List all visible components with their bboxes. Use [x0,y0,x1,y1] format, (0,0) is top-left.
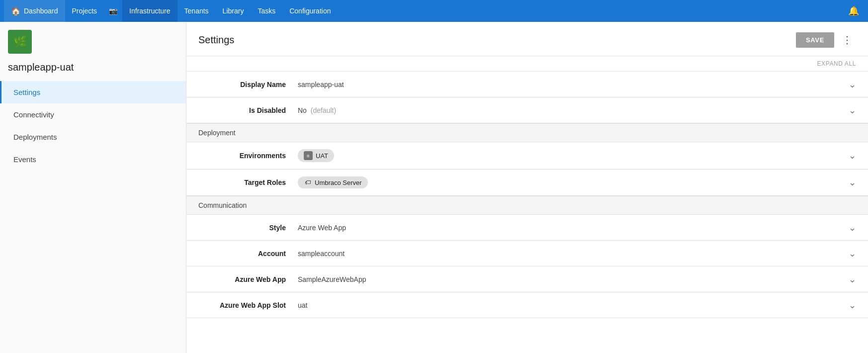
target-roles-chip: 🏷 Umbraco Server [298,176,368,188]
azure-web-app-slot-label: Azure Web App Slot [198,301,298,309]
azure-web-app-row: Azure Web App SampleAzureWebApp ⌄ [186,266,868,292]
is-disabled-value: No (default) [298,106,845,114]
azure-web-app-value: SampleAzureWebApp [298,275,845,283]
sidebar-item-deployments[interactable]: Deployments [0,126,186,148]
target-roles-chip-label: Umbraco Server [315,179,362,186]
nav-label-infrastructure: Infrastructure [129,7,170,15]
azure-web-app-chevron[interactable]: ⌄ [849,274,856,285]
nav-item-tasks[interactable]: Tasks [251,0,282,22]
nav-label-configuration: Configuration [289,7,331,15]
top-nav: 🏠 Dashboard Projects 📷 Infrastructure Te… [0,0,868,22]
app-name: sampleapp-uat [0,62,186,81]
is-disabled-chevron[interactable]: ⌄ [849,105,856,116]
sidebar-item-label-connectivity: Connectivity [13,110,54,119]
nav-item-dashboard[interactable]: 🏠 Dashboard [4,0,65,22]
app-logo: 🌿 [8,30,32,54]
settings-title: Settings [198,34,234,46]
sidebar-item-label-events: Events [13,155,36,164]
target-roles-chip-icon: 🏷 [304,178,312,186]
communication-section-header: Communication [186,196,868,215]
nav-item-infrastructure[interactable]: Infrastructure [122,0,177,22]
account-label: Account [198,250,298,258]
environments-label: Environments [198,152,298,160]
target-roles-label: Target Roles [198,178,298,186]
nav-label-tenants: Tenants [184,7,209,15]
style-label: Style [198,224,298,232]
bell-icon[interactable]: 🔔 [843,5,864,16]
dashboard-icon: 🏠 [11,6,21,16]
sidebar-item-label-settings: Settings [13,88,40,96]
display-name-label: Display Name [198,81,298,88]
azure-web-app-slot-value: uat [298,301,845,309]
deployment-section-header: Deployment [186,123,868,142]
environments-value: ≡ UAT [298,149,845,162]
environments-row: Environments ≡ UAT ⌄ [186,142,868,170]
nav-item-camera[interactable]: 📷 [104,0,122,22]
target-roles-value: 🏷 Umbraco Server [298,176,845,188]
account-value: sampleaccount [298,250,845,258]
sidebar-item-connectivity[interactable]: Connectivity [0,103,186,126]
sidebar-nav: Settings Connectivity Deployments Events [0,81,186,171]
settings-header: Settings SAVE ⋮ [186,22,868,56]
nav-label-library: Library [223,7,244,15]
style-chevron[interactable]: ⌄ [849,222,856,233]
header-actions: SAVE ⋮ [796,32,856,48]
sidebar-item-events[interactable]: Events [0,148,186,171]
environments-chevron[interactable]: ⌄ [849,150,856,161]
nav-item-projects[interactable]: Projects [65,0,104,22]
style-row: Style Azure Web App ⌄ [186,215,868,241]
expand-all-button[interactable]: EXPAND ALL [186,56,868,72]
sidebar: 🌿 sampleapp-uat Settings Connectivity De… [0,22,186,353]
sidebar-item-settings[interactable]: Settings [0,81,186,103]
azure-web-app-slot-row: Azure Web App Slot uat ⌄ [186,292,868,318]
nav-item-configuration[interactable]: Configuration [282,0,338,22]
target-roles-chevron[interactable]: ⌄ [849,177,856,188]
account-chevron[interactable]: ⌄ [849,248,856,259]
style-value: Azure Web App [298,224,845,232]
nav-item-library[interactable]: Library [216,0,251,22]
nav-label-tasks: Tasks [258,7,275,15]
main-layout: 🌿 sampleapp-uat Settings Connectivity De… [0,22,868,353]
sidebar-item-label-deployments: Deployments [13,133,57,141]
content-area: Settings SAVE ⋮ EXPAND ALL Display Name … [186,22,868,353]
sidebar-logo: 🌿 [0,22,186,62]
environments-chip-icon: ≡ [304,151,313,160]
nav-item-tenants[interactable]: Tenants [177,0,216,22]
target-roles-row: Target Roles 🏷 Umbraco Server ⌄ [186,170,868,196]
is-disabled-label: Is Disabled [198,106,298,114]
environments-chip-label: UAT [316,152,328,160]
camera-icon: 📷 [109,7,117,15]
more-options-button[interactable]: ⋮ [838,32,856,48]
save-button[interactable]: SAVE [796,32,834,48]
account-row: Account sampleaccount ⌄ [186,241,868,266]
azure-web-app-slot-chevron[interactable]: ⌄ [849,300,856,311]
environments-chip: ≡ UAT [298,149,334,162]
nav-label-dashboard: Dashboard [24,7,58,15]
display-name-row: Display Name sampleapp-uat ⌄ [186,72,868,97]
is-disabled-default: (default) [311,106,336,114]
is-disabled-row: Is Disabled No (default) ⌄ [186,97,868,123]
azure-web-app-label: Azure Web App [198,275,298,283]
display-name-chevron[interactable]: ⌄ [849,79,856,90]
display-name-value: sampleapp-uat [298,81,845,88]
logo-icon: 🌿 [13,35,27,48]
nav-label-projects: Projects [72,7,97,15]
